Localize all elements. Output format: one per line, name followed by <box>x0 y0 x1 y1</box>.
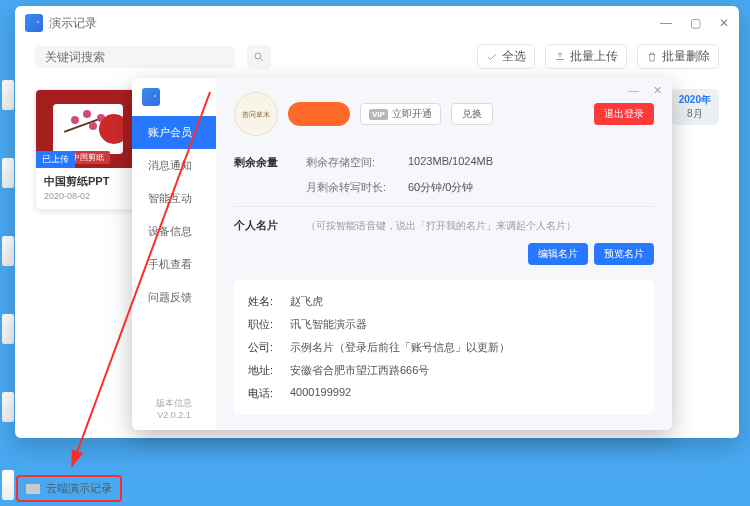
search-box[interactable] <box>35 46 235 68</box>
maximize-icon[interactable]: ▢ <box>690 16 701 30</box>
desktop-icon[interactable] <box>2 80 14 110</box>
sidebar-item-device[interactable]: 设备信息 <box>132 215 216 248</box>
logout-button[interactable]: 退出登录 <box>594 103 654 125</box>
desktop-icon[interactable] <box>2 314 14 344</box>
uploaded-badge: 已上传 <box>36 151 75 168</box>
svg-line-1 <box>261 58 264 61</box>
biz-card-hint: （可按智能语音键，说出「打开我的名片」来调起个人名片） <box>306 219 576 233</box>
biz-address-val: 安徽省合肥市望江西路666号 <box>290 363 429 378</box>
settings-close-icon[interactable]: ✕ <box>653 84 662 97</box>
cloud-records-tab[interactable]: 云端演示记录 <box>18 477 120 500</box>
bulk-upload-button[interactable]: 批量上传 <box>545 44 627 69</box>
app-logo-icon <box>25 14 43 32</box>
desktop-icon[interactable] <box>2 236 14 266</box>
bulk-upload-label: 批量上传 <box>570 48 618 65</box>
search-input[interactable] <box>45 50 225 64</box>
desktop-icon[interactable] <box>2 470 14 500</box>
edit-card-button[interactable]: 编辑名片 <box>528 243 588 265</box>
biz-title-key: 职位: <box>248 317 286 332</box>
time-value: 60分钟/0分钟 <box>408 180 473 195</box>
date-group[interactable]: 2020年 8月 <box>671 89 719 125</box>
close-icon[interactable]: ✕ <box>719 16 729 30</box>
business-card-panel: 姓名:赵飞虎 职位:讯飞智能演示器 公司:示例名片（登录后前往「账号信息」以更新… <box>234 280 654 415</box>
sidebar-item-account[interactable]: 账户会员 <box>132 116 216 149</box>
settings-body: — ✕ 善同草木 VIP 立即开通 兑换 退出登录 剩余余量 剩余存储空间: 1… <box>216 78 672 430</box>
settings-minimize-icon[interactable]: — <box>628 84 639 97</box>
settings-sidebar: 账户会员 消息通知 智能互动 设备信息 手机查看 问题反馈 版本信息 V2.0.… <box>132 78 216 430</box>
biz-phone-val: 4000199992 <box>290 386 351 401</box>
settings-window: 账户会员 消息通知 智能互动 设备信息 手机查看 问题反馈 版本信息 V2.0.… <box>132 78 672 430</box>
search-button[interactable] <box>247 45 271 69</box>
username-redacted <box>288 102 350 126</box>
date-year: 2020年 <box>679 93 711 107</box>
vip-badge-icon: VIP <box>369 109 388 120</box>
avatar[interactable]: 善同草木 <box>234 92 278 136</box>
biz-card-label: 个人名片 <box>234 218 290 233</box>
biz-name-val: 赵飞虎 <box>290 294 323 309</box>
desktop-icon[interactable] <box>2 392 14 422</box>
desktop-icon[interactable] <box>2 158 14 188</box>
minimize-icon[interactable]: — <box>660 16 672 30</box>
storage-key: 剩余存储空间: <box>306 155 392 170</box>
titlebar: 演示记录 — ▢ ✕ <box>15 6 739 40</box>
select-all-label: 全选 <box>502 48 526 65</box>
svg-point-0 <box>255 53 261 59</box>
version-info: 版本信息 V2.0.2.1 <box>132 389 216 430</box>
presentation-card[interactable]: 中国剪纸 已上传 中国剪纸PPT 2020-08-02 <box>35 89 141 210</box>
bulk-delete-label: 批量删除 <box>662 48 710 65</box>
biz-name-key: 姓名: <box>248 294 286 309</box>
biz-address-key: 地址: <box>248 363 286 378</box>
divider <box>234 206 654 207</box>
exchange-button[interactable]: 兑换 <box>451 103 493 125</box>
storage-value: 1023MB/1024MB <box>408 155 493 170</box>
sidebar-item-smart[interactable]: 智能互动 <box>132 182 216 215</box>
biz-title-val: 讯飞智能演示器 <box>290 317 367 332</box>
date-month: 8月 <box>679 107 711 121</box>
cloud-records-label: 云端演示记录 <box>46 481 112 496</box>
card-title: 中国剪纸PPT <box>36 168 140 191</box>
folder-icon <box>26 484 40 494</box>
toolbar: 全选 批量上传 批量删除 <box>15 40 739 79</box>
sidebar-item-messages[interactable]: 消息通知 <box>132 149 216 182</box>
select-all-button[interactable]: 全选 <box>477 44 535 69</box>
biz-phone-key: 电话: <box>248 386 286 401</box>
preview-card-button[interactable]: 预览名片 <box>594 243 654 265</box>
biz-company-val: 示例名片（登录后前往「账号信息」以更新） <box>290 340 510 355</box>
card-date: 2020-08-02 <box>36 191 140 209</box>
sidebar-item-feedback[interactable]: 问题反馈 <box>132 281 216 314</box>
card-thumbnail: 中国剪纸 已上传 <box>36 90 140 168</box>
time-key: 月剩余转写时长: <box>306 180 392 195</box>
settings-logo-icon <box>132 78 216 116</box>
vip-activate-button[interactable]: VIP 立即开通 <box>360 103 441 125</box>
window-title: 演示记录 <box>49 15 97 32</box>
biz-company-key: 公司: <box>248 340 286 355</box>
profile-row: 善同草木 VIP 立即开通 兑换 退出登录 <box>216 78 672 146</box>
bulk-delete-button[interactable]: 批量删除 <box>637 44 719 69</box>
remaining-label: 剩余余量 <box>234 155 290 170</box>
sidebar-item-mobile[interactable]: 手机查看 <box>132 248 216 281</box>
